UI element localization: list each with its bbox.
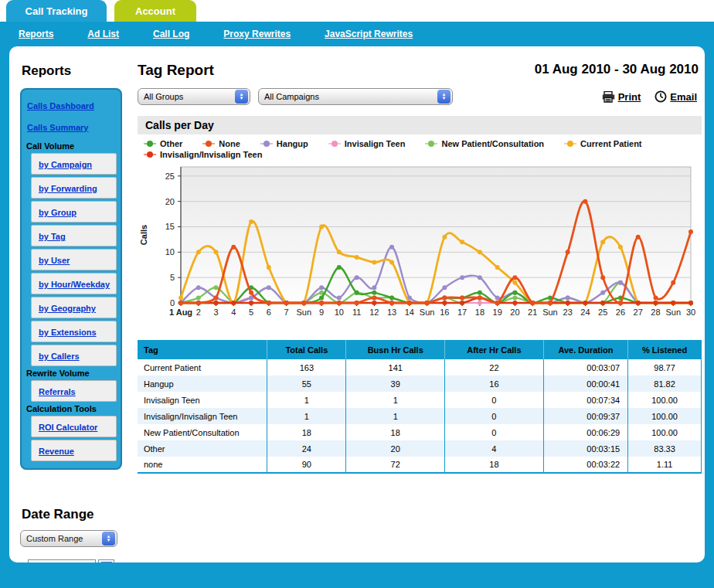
data-point [355, 291, 359, 295]
x-tick-label: 17 [457, 308, 467, 317]
data-point [442, 295, 447, 300]
data-point [372, 295, 376, 300]
table-cell: New Patient/Consultation [138, 424, 267, 440]
date-range-title: Date Range [22, 507, 122, 522]
data-point [478, 291, 482, 295]
legend-item-none: None [202, 139, 240, 148]
select-stepper-icon: ▲▼ [102, 532, 115, 546]
sidebar-link-revenue[interactable]: Revenue [39, 447, 74, 456]
sidebar-item-referrals: Referrals [31, 380, 117, 402]
x-tick-label: 13 [387, 308, 396, 317]
table-row-none: none90721800:03:221.11 [138, 457, 702, 473]
nav-link-call-log[interactable]: Call Log [153, 29, 189, 39]
data-point [618, 245, 623, 250]
campaigns-filter-select[interactable]: All Campaigns ▲▼ [258, 88, 453, 105]
table-cell: 100.00 [628, 424, 702, 440]
data-point [478, 295, 482, 300]
sidebar-section-call-volume: Call Volume [26, 141, 117, 151]
table-cell: 100.00 [628, 392, 702, 408]
data-point [460, 295, 464, 300]
sidebar-link-by-tag[interactable]: by Tag [39, 232, 66, 241]
table-cell: 00:00:41 [543, 376, 627, 392]
sidebar-link-by-callers[interactable]: by Callers [39, 352, 80, 361]
data-point [319, 285, 324, 290]
sidebar-link-by-group[interactable]: by Group [39, 208, 76, 217]
sidebar-section-calculation-tools: Calculation Tools [26, 404, 117, 413]
print-button[interactable]: Print [602, 91, 641, 103]
chart-title: Calls per Day [138, 116, 702, 134]
report-date-range: 01 Aug 2010 - 30 Aug 2010 [535, 62, 699, 77]
x-tick-label: 14 [405, 308, 414, 317]
sidebar: Reports Calls DashboardCalls SummaryCall… [20, 57, 122, 563]
nav-link-reports[interactable]: Reports [19, 29, 53, 39]
sidebar-item-by-group: by Group [31, 201, 117, 223]
sidebar-link-calls-dashboard[interactable]: Calls Dashboard [27, 101, 94, 110]
table-cell: 18 [346, 424, 445, 440]
data-point [636, 235, 641, 240]
sidebar-item-calls-dashboard: Calls Dashboard [27, 98, 115, 112]
sidebar-link-by-hour-weekday[interactable]: by Hour/Weekday [39, 280, 110, 289]
content-panel: Reports Calls DashboardCalls SummaryCall… [9, 46, 705, 563]
table-cell: Other [138, 440, 267, 457]
data-point [249, 291, 253, 295]
data-point [618, 280, 623, 285]
email-button[interactable]: Email [654, 90, 697, 103]
data-point [214, 301, 219, 305]
data-point [512, 275, 517, 280]
table-header-tag: Tag [138, 340, 267, 359]
data-point [566, 295, 570, 300]
sidebar-link-roi-calculator[interactable]: ROI Calculator [39, 423, 97, 432]
table-row-invisalign-invisalign-teen: Invisalign/Invisalign Teen11000:09:37100… [138, 408, 702, 424]
table-cell: 100.00 [628, 408, 702, 424]
start-date-input[interactable] [28, 559, 96, 563]
data-point [337, 301, 342, 305]
data-point [267, 265, 271, 270]
nav-link-proxy-rewrites[interactable]: Proxy Rewrites [223, 29, 291, 39]
legend-item-new-patient-consultation: New Patient/Consultation [425, 139, 544, 148]
sidebar-link-referrals[interactable]: Referrals [39, 387, 76, 396]
legend-dot-icon [144, 141, 156, 147]
sidebar-item-by-campaign: by Campaign [31, 153, 117, 175]
table-cell: Invisalign/Invisalign Teen [138, 408, 267, 424]
legend-item-invisalign-invisalign-teen: Invisalign/Invisalign Teen [144, 150, 262, 159]
data-point [618, 301, 623, 305]
legend-dot-icon [425, 141, 437, 147]
x-tick-label: 20 [510, 308, 519, 317]
tab-account[interactable]: Account [114, 0, 196, 22]
sidebar-link-by-geography[interactable]: by Geography [39, 304, 96, 313]
table-cell: 22 [445, 359, 544, 376]
data-point [442, 301, 447, 305]
data-point [196, 285, 201, 290]
data-point [372, 291, 376, 295]
tab-call-tracking[interactable]: Call Tracking [6, 0, 107, 22]
x-tick-label: 30 [686, 308, 695, 317]
table-cell: Invisalign Teen [138, 392, 267, 408]
printer-icon [602, 91, 615, 103]
table-row-current-patient: Current Patient1631412200:03:0798.77 [138, 359, 702, 376]
sidebar-link-by-forwarding[interactable]: by Forwarding [39, 184, 97, 193]
sidebar-section-rewrite-volume: Rewrite Volume [26, 369, 117, 378]
nav-link-ad-list[interactable]: Ad List [87, 29, 119, 39]
data-point [653, 295, 658, 300]
date-range-preset-select[interactable]: Custom Range ▲▼ [20, 530, 117, 547]
legend-dot-icon [328, 141, 341, 147]
groups-filter-select[interactable]: All Groups ▲▼ [138, 88, 250, 105]
start-date-calendar-button[interactable] [98, 559, 114, 563]
sidebar-item-by-callers: by Callers [31, 345, 117, 366]
sidebar-link-calls-summary[interactable]: Calls Summary [27, 123, 88, 132]
legend-label: None [219, 139, 240, 148]
sidebar-link-by-user[interactable]: by User [39, 256, 70, 265]
table-cell: 00:06:29 [543, 424, 627, 440]
data-point [337, 250, 342, 254]
date-range-preset-value: Custom Range [21, 534, 102, 543]
select-stepper-icon: ▲▼ [437, 90, 450, 104]
table-cell: 90 [267, 457, 346, 473]
campaigns-filter-value: All Campaigns [259, 92, 437, 101]
sidebar-link-by-extensions[interactable]: by Extensions [39, 328, 97, 337]
x-tick-label: Sun [542, 308, 558, 317]
nav-link-javascript-rewrites[interactable]: JavaScript Rewrites [325, 29, 413, 39]
table-cell: 00:03:22 [543, 457, 627, 473]
table-cell: 00:07:34 [543, 392, 627, 408]
sidebar-link-by-campaign[interactable]: by Campaign [39, 160, 92, 169]
data-point [512, 291, 517, 295]
